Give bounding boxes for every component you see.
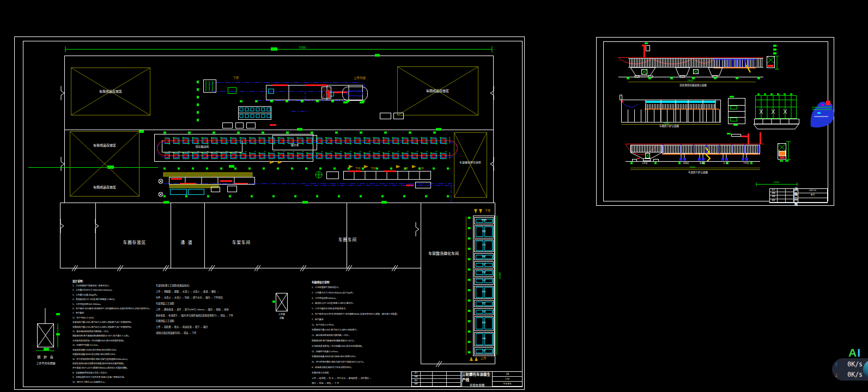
tank-label: 预脱脂: [481, 220, 487, 222]
title-block-cell: [433, 383, 447, 387]
tank-row: 磷化: [474, 253, 494, 260]
note-line: 2、工件最大外形尺寸:1800×600×400(mm)。: [72, 288, 161, 292]
note-line: 9、安装调试按设备技术文件及说明书进行。: [312, 365, 421, 370]
note-line: 上件 → 预脱脂 → 脱脂 → 水洗① → 水洗② → 表调 → 磷化 →: [156, 289, 265, 295]
note-line: 9、本图设备外形尺寸仅供参考,安装以设备厂家图纸为准。: [72, 375, 161, 379]
tank-row: 水洗: [474, 347, 494, 354]
dim-elevation-2: 21000: [663, 122, 669, 125]
elevation-1: [618, 42, 779, 82]
note-line: ⑶、压缩空气耗量:2 m³/min。: [312, 349, 421, 354]
note-line: 车圈线耗电量:80kW,动力用电:380V,照明:220V。: [312, 354, 421, 359]
label-boiler-room: 锅 炉 房: [37, 356, 54, 359]
notes-column-3: 车圈线设计说明: 1、工艺布置按产品纲领设计。2、工件最大尺寸:Φ650×80(…: [312, 280, 421, 386]
drawing-title-line1: 三轮摩托车涂装生产线: [462, 371, 492, 382]
download-speed-row: ↓ 0K/s: [832, 370, 868, 380]
label-load-zone: 上件内容: [354, 77, 366, 80]
note-line: 7、用汽量表:: [72, 311, 161, 315]
tank-row: 预脱脂: [474, 217, 494, 224]
title-block-cell: [421, 376, 433, 379]
note-line: 车架前处理工艺流程(喷淋连续式):: [156, 283, 265, 289]
drawing-title-line2: 平面布置图: [470, 383, 485, 388]
upper-conveyor: [198, 80, 404, 128]
note-line: 5、工艺平面详见本图,前处理浸渍式。: [312, 306, 421, 311]
dim-tank-side: 24000: [497, 272, 500, 279]
storage-label-mid-lower: 车圈成品存放区: [93, 186, 116, 189]
label-tank-top: 下件: [484, 210, 490, 213]
title-block-cell: [786, 199, 794, 203]
tank-label: 水洗: [482, 264, 485, 266]
title-block-sign-label: 设计: [412, 372, 421, 376]
dim-top-overall: 57600: [299, 47, 306, 50]
note-line: 烘干温度:180℃±10℃(保温时间30min,按涂料工艺要求调整)。: [72, 366, 161, 370]
note-line: 强冷 → 检验 → 转挂 → 下 件: [312, 381, 421, 386]
label-work-ladder: 工作梯: [278, 314, 285, 316]
title-block-cell: [421, 383, 433, 387]
note-line: 5、工件吊挂间距:600~800mm。: [72, 302, 161, 307]
tank-row: 中和: [474, 332, 494, 347]
tank-label: 水洗: [482, 280, 485, 282]
title-block-right: 设计 制图 校核 审定 设备总图 比例 1:50 图 号: [769, 188, 828, 203]
tank-column: 预脱脂 脱脂 水洗 磷化 水洗 表调: [474, 217, 494, 355]
note-line: 车架线耗汽量:0.8t/h,蒸汽压力:0.4MPa,饱和蒸汽,由厂区管网供给。: [72, 320, 161, 324]
note-line: ⑶、压缩空气耗量:3 m³/min。: [72, 343, 161, 347]
title-block-left: 设计 制图 校对 审核 三轮摩托车涂装生产线 平面布置图 重量 1:100 共 …: [411, 371, 523, 387]
note-line: 7、用汽量表:: [312, 317, 421, 322]
title-block-cell: [433, 379, 447, 383]
note-line: 脱脂液加热:蒸汽直接加热(槽液温度50~60℃)。: [312, 338, 421, 344]
storage-zones: [70, 67, 487, 198]
desktop: 车架成品存放区 车圈成品存放区 车架成品存放区 车圈成品存放区 车架磷化件存放区…: [0, 0, 868, 392]
title-block-sign-label: 审核: [412, 383, 421, 387]
note-line: 1、工艺布置按产品纲领设计。: [312, 285, 421, 290]
title-block-cell: [421, 379, 433, 383]
note-line: ⑵、磷化液加热采用板式换热器,一次水。: [72, 329, 161, 334]
note-line: 喷漆室采用水旋式漆雾净化装置(排风经净化后高空排放)。: [72, 362, 161, 366]
ai-logo: AI: [848, 346, 861, 359]
label-drop-1: 下件: [355, 167, 361, 170]
hanger-conveyor-loop: [155, 133, 458, 169]
title-block-sign-label: 校对: [412, 379, 421, 383]
dim-elevation-3: 26000: [689, 166, 695, 168]
tank-label: 水洗: [482, 245, 485, 247]
drawing-title-right: 设备总图: [794, 186, 798, 206]
note-line: 2、工件最大尺寸:Φ650×80(mm),重2.5kg/件。: [312, 290, 421, 296]
tank-row: 除锈: [474, 316, 494, 331]
tank-label: 钝化: [482, 291, 485, 293]
ai-logo-letter-i: I: [857, 346, 861, 359]
note-line: ⑴、生产节拍:1.5 台/分。: [72, 316, 161, 320]
label-tank-bottom: 上件: [480, 357, 486, 360]
title-block-scale: 比例 1:50: [798, 189, 827, 193]
note-line: 车圈涂装工艺流程:: [312, 370, 421, 376]
note-line: 水洗采用逆流漂洗(一次水耗量约6t/h,排水经处理后排放)。: [72, 339, 161, 343]
note-line: 上件 → 前处理 → 吹水 → 电泳底漆 → 烘干 → 强冷: [156, 324, 265, 330]
note-line: 3、工件吊挂间距:400mm。: [312, 296, 421, 301]
note-line: 车架涂装工艺流程:: [156, 301, 265, 307]
leg-label-5: 下件段: [743, 163, 749, 165]
leg-label-3: 保温段: [700, 163, 706, 165]
notes-column-2: 车架前处理工艺流程(喷淋连续式):上件 → 预脱脂 → 脱脂 → 水洗① → 水…: [156, 283, 265, 336]
label-hanger-conveyor: 悬挂输送机: [195, 145, 209, 148]
title-block-cell: [447, 383, 461, 387]
tank-label: 磷化: [482, 256, 485, 258]
room-label-pickling-shop: 车架酸洗磷化车间: [428, 252, 459, 255]
leg-label-2: 加热段: [683, 163, 689, 165]
note-line: 车圈线耗汽量:0.5t/h,蒸汽压力:0.4MPa,饱和蒸汽,由厂区管网供给。: [72, 325, 161, 329]
caption-elevation-3: 车架烘干炉立面图: [688, 171, 708, 174]
room-label-frame-shop: 车架车间: [232, 241, 251, 245]
leg-label-4: 冷 却: [723, 163, 727, 165]
caption-elevation-1: 前处理悬挂输送线立面图: [679, 84, 707, 87]
room-label-rim-shop: 车圈车间: [338, 238, 357, 242]
note-line: 车圈涂装工艺流程:: [156, 318, 265, 324]
elevation-3: [626, 132, 797, 186]
title-block-extra: [798, 198, 827, 203]
note-line: 中件 → 水洗③ → 水洗④ → 钝化 → 烘干水分 → 强冷 → 下件转挂: [156, 295, 265, 301]
title-block-weight-label: 重量: [493, 372, 522, 377]
caption-elevation-2: 车圈烘干炉立面图: [659, 125, 679, 128]
title-block-cell: [447, 372, 461, 376]
note-line: ⑴、生产节拍:2.0 件/分。: [312, 322, 421, 328]
note-line: 水洗采用逆流漂洗(一次水耗量约4t/h,排水经处理排放)。: [312, 344, 421, 349]
note-line: ⑷、烘干炉采用热风循环,燃料为煤气(发热值按5500kcal/m³)。: [72, 357, 161, 362]
note-line: 1、工艺布置按产品纲领及厂房条件设计。: [72, 284, 161, 288]
storage-label-phosphate: 车架磷化件存放区: [459, 161, 481, 164]
tank-label: 水洗: [482, 311, 485, 313]
dim-elevation-1: 24000: [687, 79, 693, 82]
